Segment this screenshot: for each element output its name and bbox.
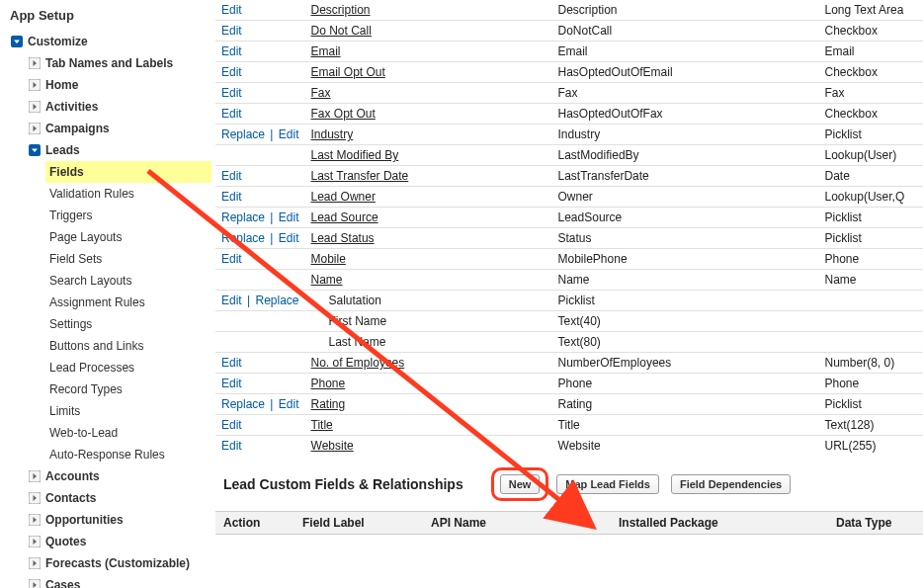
tree-label[interactable]: Opportunities [45, 511, 124, 529]
tree-leaf-assignment-rules[interactable]: Assignment Rules [45, 292, 211, 313]
tree-node-leads[interactable]: Leads [28, 139, 211, 161]
replace-link[interactable]: Replace [221, 210, 265, 224]
tree-leaf-page-layouts[interactable]: Page Layouts [45, 226, 211, 248]
tree-node-accounts[interactable]: Accounts [28, 465, 211, 487]
tree-leaf-auto-response-rules[interactable]: Auto-Response Rules [45, 444, 211, 465]
field-label-link[interactable]: Mobile [311, 252, 346, 266]
field-label-link[interactable]: Lead Source [311, 210, 378, 224]
tree-leaf-record-types[interactable]: Record Types [45, 378, 211, 400]
tree-leaf-validation-rules[interactable]: Validation Rules [45, 183, 211, 205]
tree-node-campaigns[interactable]: Campaigns [28, 118, 211, 139]
edit-link[interactable]: Edit [221, 294, 242, 307]
field-label-link[interactable]: Email [311, 44, 341, 58]
edit-link[interactable]: Edit [221, 377, 242, 390]
tree-leaf-search-layouts[interactable]: Search Layouts [45, 270, 211, 292]
field-label-link[interactable]: Title [311, 418, 333, 432]
tree-label[interactable]: Accounts [45, 467, 100, 485]
edit-link[interactable]: Edit [221, 65, 242, 79]
tree-leaf-settings[interactable]: Settings [45, 313, 211, 335]
edit-link[interactable]: Edit [221, 107, 242, 121]
edit-link[interactable]: Edit [279, 210, 299, 224]
edit-link[interactable]: Edit [221, 44, 242, 58]
expand-icon[interactable] [28, 469, 42, 483]
expand-icon[interactable] [28, 122, 42, 135]
map-lead-fields-button[interactable]: Map Lead Fields [556, 474, 659, 494]
tree-label[interactable]: Home [45, 76, 78, 94]
field-label-link[interactable]: Rating [311, 397, 346, 411]
edit-link[interactable]: Edit [221, 356, 242, 370]
tree-label[interactable]: Customize [28, 33, 88, 50]
field-row: EditLead OwnerOwnerLookup(User,Q [215, 187, 923, 208]
edit-link[interactable]: Edit [221, 190, 242, 204]
tree-label[interactable]: Activities [45, 98, 98, 116]
custom-col-api-name: API Name [423, 512, 611, 535]
edit-link[interactable]: Edit [279, 397, 299, 411]
field-label-link[interactable]: Fax Opt Out [311, 107, 376, 121]
tree-label[interactable]: Forecasts (Customizable) [45, 554, 190, 572]
expand-icon[interactable] [28, 100, 42, 114]
field-label-link[interactable]: Lead Status [311, 231, 375, 245]
tree-label[interactable]: Tab Names and Labels [45, 54, 173, 72]
field-label-link[interactable]: Website [311, 439, 354, 453]
collapse-icon[interactable] [28, 143, 42, 157]
new-button[interactable]: New [500, 474, 541, 494]
tree-node-tab-names-and-labels[interactable]: Tab Names and Labels [28, 52, 211, 74]
expand-icon[interactable] [28, 578, 42, 588]
field-label-link[interactable]: Name [311, 273, 343, 287]
edit-link[interactable]: Edit [221, 169, 242, 183]
expand-icon[interactable] [28, 491, 42, 505]
expand-icon[interactable] [28, 513, 42, 527]
expand-icon[interactable] [28, 78, 42, 92]
replace-link[interactable]: Replace [255, 294, 298, 307]
expand-icon[interactable] [28, 56, 42, 70]
tree-leaf-buttons-and-links[interactable]: Buttons and Links [45, 335, 211, 357]
field-row: EditEmailEmailEmail [215, 42, 923, 62]
edit-link[interactable]: Edit [221, 24, 242, 38]
collapse-icon[interactable] [10, 35, 24, 48]
replace-link[interactable]: Replace [221, 397, 265, 411]
tree-leaf-limits[interactable]: Limits [45, 400, 211, 422]
field-label-link[interactable]: Last Transfer Date [311, 169, 409, 183]
edit-link[interactable]: Edit [221, 418, 242, 432]
tree-node-customize[interactable]: Customize [10, 31, 211, 52]
expand-icon[interactable] [28, 556, 42, 570]
edit-link[interactable]: Edit [279, 127, 299, 141]
tree-label[interactable]: Contacts [45, 489, 96, 507]
field-label-link[interactable]: Phone [311, 377, 346, 390]
field-label-link[interactable]: Description [311, 3, 371, 17]
expand-icon[interactable] [28, 535, 42, 548]
field-label-link[interactable]: No. of Employees [311, 356, 405, 370]
tree-label[interactable]: Cases [45, 576, 80, 588]
tree-node-cases[interactable]: Cases [28, 574, 211, 588]
edit-link[interactable]: Edit [221, 439, 242, 453]
edit-link[interactable]: Edit [221, 86, 242, 100]
field-label-link[interactable]: Email Opt Out [311, 65, 385, 79]
tree-node-contacts[interactable]: Contacts [28, 487, 211, 509]
tree-label[interactable]: Leads [45, 141, 80, 159]
tree-leaf-triggers[interactable]: Triggers [45, 205, 211, 226]
field-label-link[interactable]: Industry [311, 127, 354, 141]
tree-leaf-lead-processes[interactable]: Lead Processes [45, 357, 211, 378]
edit-link[interactable]: Edit [221, 3, 242, 17]
field-label-link[interactable]: Fax [311, 86, 331, 100]
tree-node-activities[interactable]: Activities [28, 96, 211, 118]
edit-link[interactable]: Edit [279, 231, 299, 245]
tree-leaf-field-sets[interactable]: Field Sets [45, 248, 211, 270]
tree-node-home[interactable]: Home [28, 74, 211, 96]
tree-node-quotes[interactable]: Quotes [28, 531, 211, 552]
field-label-link[interactable]: Last Modified By [311, 148, 399, 162]
field-data-type: Phone [819, 374, 923, 394]
tree-leaf-web-to-lead[interactable]: Web-to-Lead [45, 422, 211, 444]
field-data-type: Picklist [819, 125, 923, 145]
tree-node-forecasts-customizable-[interactable]: Forecasts (Customizable) [28, 552, 211, 574]
edit-link[interactable]: Edit [221, 252, 242, 266]
tree-label[interactable]: Quotes [45, 533, 86, 550]
replace-link[interactable]: Replace [221, 231, 265, 245]
tree-label[interactable]: Campaigns [45, 120, 110, 137]
replace-link[interactable]: Replace [221, 127, 265, 141]
tree-leaf-fields[interactable]: Fields [45, 161, 211, 183]
field-label-link[interactable]: Do Not Call [311, 24, 372, 38]
tree-node-opportunities[interactable]: Opportunities [28, 509, 211, 531]
field-label-link[interactable]: Lead Owner [311, 190, 376, 204]
field-dependencies-button[interactable]: Field Dependencies [671, 474, 791, 494]
